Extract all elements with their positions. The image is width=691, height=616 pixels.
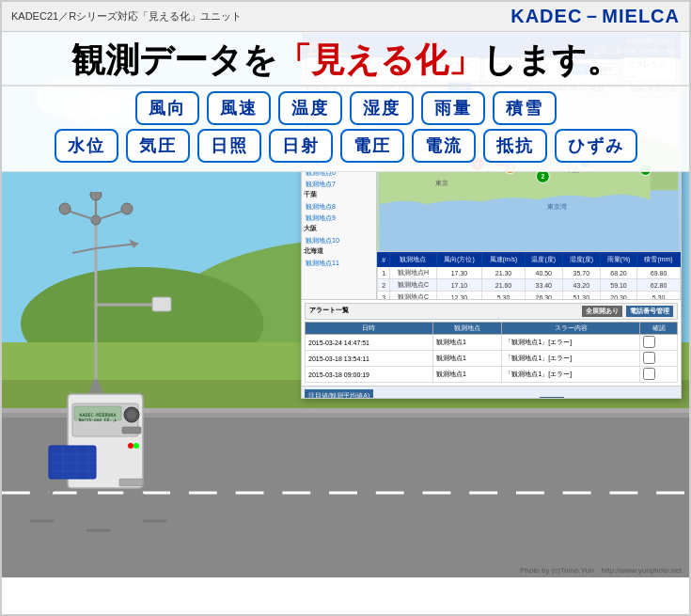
alert-cell-1-0: 2015-03-18 13:54:11 <box>306 351 433 367</box>
alert-header-row: 日時 観測地点 スラー内容 確認 <box>306 323 678 335</box>
sidebar-osaka: 大阪 <box>304 224 374 233</box>
alert-cell-0-2: 「観測地点1」[エラー] <box>502 335 640 351</box>
alert-header: アラート一覧 全展開あり 電話番号管理 <box>305 303 678 320</box>
th-humidity: 湿度(度) <box>562 253 600 267</box>
table-cell-2-5: 51.30 <box>562 292 600 300</box>
tag-気圧: 気圧 <box>126 129 190 163</box>
alert-cell-2-3[interactable] <box>640 367 678 383</box>
table-cell-0-0: 1 <box>378 267 390 279</box>
th-temp: 温度(度) <box>525 253 562 267</box>
table-cell-2-2: 12.30 <box>436 292 482 300</box>
alert-cell-0-0: 2015-03-24 14:47:51 <box>306 335 433 351</box>
tag-ひずみ: ひずみ <box>555 129 637 163</box>
table-cell-2-6: 20.30 <box>600 292 636 300</box>
alert-cell-0-1: 観測地点1 <box>432 335 501 351</box>
table-cell-1-5: 43.20 <box>562 279 600 292</box>
svg-rect-39 <box>122 427 141 434</box>
alert-title: アラート一覧 <box>309 306 349 317</box>
execute-button[interactable]: 実行 <box>540 397 564 399</box>
header-subtitle: KADEC21／Rシリーズ対応「見える化」ユニット <box>11 9 242 24</box>
svg-line-17 <box>68 211 96 220</box>
equipment-area: KADEC-MIERUKA North-one CO.,L R/W <box>11 192 265 559</box>
ath-content: スラー内容 <box>502 323 640 335</box>
sidebar-hokkaido: 北海道 <box>304 246 374 256</box>
sidebar-point-9[interactable]: 観測地点9 <box>304 213 374 224</box>
svg-rect-44 <box>49 446 96 479</box>
alert-row: 2015-03-18 09:00:19観測地点1「観測地点1」[エラー] <box>306 367 678 383</box>
alert-checkbox-1[interactable] <box>643 352 655 364</box>
hero-title: 観測データを「見える化」します。 <box>16 39 675 80</box>
data-table-container: # 観測地点 風向(方位) 風速(m/s) 温度(度) 湿度(度) 雨量(%) … <box>377 252 681 299</box>
tag-湿度: 湿度 <box>350 91 414 125</box>
photo-credit: Photo by (c)Tomo.Yun http://www.yunphoto… <box>520 565 682 576</box>
alert-checkbox-2[interactable] <box>643 368 655 380</box>
tags-section: 風向風速温度湿度雨量積雪 水位気圧日照日射電圧電流抵抗ひずみ <box>2 87 689 172</box>
hero-text-prefix: 観測データを <box>71 40 277 79</box>
tag-風速: 風速 <box>207 91 271 125</box>
svg-point-38 <box>127 410 136 419</box>
brand-logo: KADEC－MIELCA <box>510 4 680 29</box>
table-cell-1-2: 17.10 <box>436 279 482 292</box>
tags-row-2: 水位気圧日照日射電圧電流抵抗ひずみ <box>16 129 675 163</box>
hero-highlight-close: 」 <box>448 40 482 79</box>
table-cell-1-6: 59.10 <box>600 279 636 292</box>
table-cell-1-1: 観測地点C <box>390 279 436 292</box>
table-row: 1観測地点H17.3021.3040.5035.7068.2069.80 <box>378 267 681 279</box>
table-cell-0-2: 17.30 <box>436 267 482 279</box>
visual-area: 観測データを「見える化」します。 風向風速温度湿度雨量積雪 水位気圧日照日射電圧… <box>2 32 689 577</box>
svg-line-15 <box>96 211 124 220</box>
alert-table: 日時 観測地点 スラー内容 確認 2015-03-24 14:47:51観測地点… <box>305 322 678 383</box>
alert-cell-1-1: 観測地点1 <box>432 351 501 367</box>
alert-cell-0-3[interactable] <box>640 335 678 351</box>
hero-highlight-text: 見える化 <box>311 40 448 79</box>
svg-point-40 <box>128 443 133 449</box>
sidebar-point-7[interactable]: 観測地点7 <box>304 179 374 190</box>
table-header-row: # 観測地点 風向(方位) 風速(m/s) 温度(度) 湿度(度) 雨量(%) … <box>378 253 681 267</box>
table-cell-0-6: 68.20 <box>600 267 636 279</box>
tag-日照: 日照 <box>197 129 261 163</box>
sidebar-point-10[interactable]: 観測地点10 <box>304 235 374 246</box>
svg-rect-25 <box>152 297 171 311</box>
ath-confirm: 確認 <box>640 323 678 335</box>
tag-風向: 風向 <box>135 91 199 125</box>
form-date-from[interactable] <box>414 399 498 400</box>
btn-email[interactable]: 電話番号管理 <box>626 306 673 317</box>
table-cell-1-3: 21.60 <box>482 279 525 292</box>
th-rain: 雨量(%) <box>600 253 636 267</box>
alert-cell-2-2: 「観測地点1」[エラー] <box>502 367 640 383</box>
sidebar-point-11[interactable]: 観測地点11 <box>304 258 374 269</box>
svg-text:North-one CO.,L: North-one CO.,L <box>79 418 118 422</box>
svg-point-41 <box>133 443 139 449</box>
svg-point-16 <box>121 203 133 214</box>
table-cell-2-0: 3 <box>378 292 390 300</box>
th-point: 観測地点 <box>390 253 436 267</box>
tag-雨量: 雨量 <box>421 91 485 125</box>
alert-cell-2-0: 2015-03-18 09:00:19 <box>306 367 433 383</box>
ath-datetime: 日時 <box>306 323 433 335</box>
tag-温度: 温度 <box>278 91 342 125</box>
table-cell-1-4: 33.40 <box>525 279 562 292</box>
tag-電流: 電流 <box>412 129 476 163</box>
table-cell-0-3: 21.30 <box>482 267 525 279</box>
svg-line-23 <box>72 248 96 253</box>
alert-cell-1-3[interactable] <box>640 351 678 367</box>
table-cell-0-4: 40.50 <box>525 267 562 279</box>
alert-cell-1-2: 「観測地点1」[エラー] <box>502 351 640 367</box>
tag-電圧: 電圧 <box>340 129 404 163</box>
table-cell-2-4: 26.30 <box>525 292 562 300</box>
bottom-form: 注目値(観測平均値A) 2015-03-31 13:43:頃 対象期間： >> … <box>302 386 681 399</box>
content-panel: 観測データを「見える化」します。 風向風速温度湿度雨量積雪 水位気圧日照日射電圧… <box>2 32 689 172</box>
alert-cell-2-1: 観測地点1 <box>432 367 501 383</box>
svg-point-20 <box>90 192 102 200</box>
table-cell-1-7: 62.80 <box>637 279 681 292</box>
alert-checkbox-0[interactable] <box>643 336 655 348</box>
th-wind-speed: 風速(m/s) <box>482 253 525 267</box>
svg-text:東京湾: 東京湾 <box>547 203 567 210</box>
table-row: 2観測地点C17.1021.6033.4043.2059.1062.80 <box>378 279 681 292</box>
header-bar: KADEC21／Rシリーズ対応「見える化」ユニット KADEC－MIELCA <box>2 2 689 32</box>
alert-body: 2015-03-24 14:47:51観測地点1「観測地点1」[エラー]2015… <box>306 335 678 383</box>
btn-expand[interactable]: 全展開あり <box>582 306 622 317</box>
table-cell-0-7: 69.80 <box>637 267 681 279</box>
table-cell-0-5: 35.70 <box>562 267 600 279</box>
sidebar-point-8[interactable]: 観測地点8 <box>304 201 374 213</box>
